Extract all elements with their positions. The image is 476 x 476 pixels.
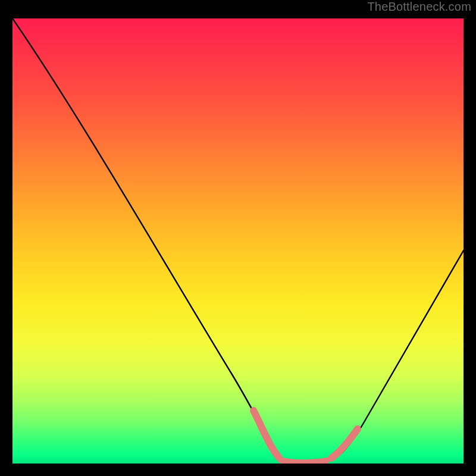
credit-text: TheBottleneck.com — [367, 0, 471, 14]
chart-frame — [4, 10, 472, 472]
plot-area — [12, 18, 464, 464]
highlight-right — [331, 429, 358, 458]
bottleneck-curve — [12, 18, 464, 463]
highlight-left — [253, 411, 279, 458]
highlight-flat — [280, 460, 327, 462]
curves-svg — [12, 18, 464, 464]
